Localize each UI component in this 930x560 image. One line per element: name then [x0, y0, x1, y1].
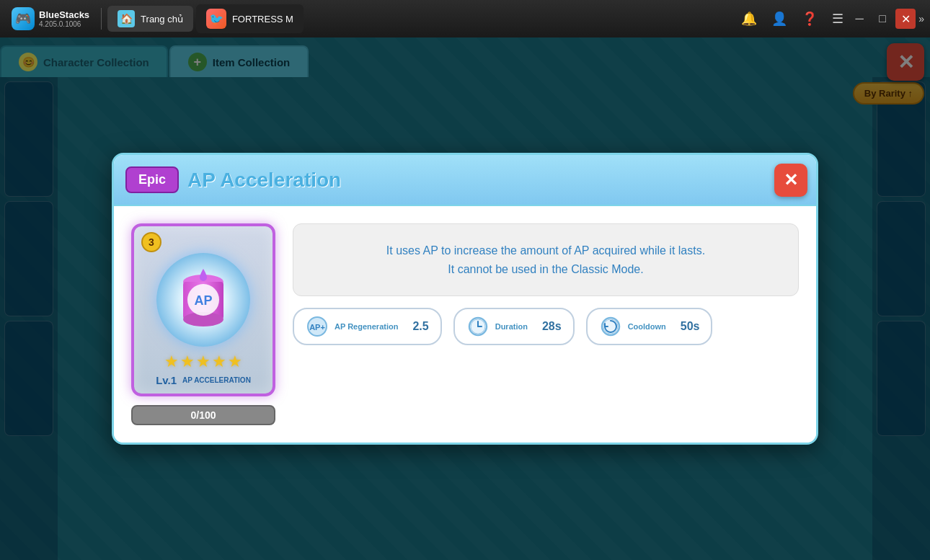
svg-text:AP: AP	[194, 293, 212, 308]
item-card-wrapper: 3 AP	[131, 223, 275, 425]
ap-regen-value: 2.5	[404, 320, 428, 333]
svg-text:AP+: AP+	[309, 323, 325, 332]
ap-regen-svg: AP+	[307, 316, 327, 337]
progress-value: 0/100	[190, 409, 216, 421]
item-label: Lv.1 AP ACCELERATION	[156, 374, 251, 386]
star-1: ★	[164, 352, 179, 371]
item-card: 3 AP	[131, 223, 275, 396]
game-tab[interactable]: 🐦 FORTRESS M	[196, 4, 304, 33]
description-line1: It uses AP to increase the amount of AP …	[308, 241, 784, 260]
progress-bar-wrapper: 0/100	[131, 405, 275, 425]
modal-overlay: Epic AP Acceleration ✕ 3	[0, 37, 930, 560]
description-line2: It cannot be used in the Classic Mode.	[308, 260, 784, 279]
ap-regen-stat: AP+ AP Regeneration 2.5	[293, 308, 442, 345]
home-label: Trang chủ	[141, 14, 183, 25]
menu-icon[interactable]: ☰	[829, 8, 846, 30]
epic-badge: Epic	[125, 166, 179, 193]
bluestacks-logo[interactable]: 🎮 BlueStacks 4.205.0.1006	[6, 4, 95, 33]
help-icon[interactable]: ❓	[799, 8, 820, 30]
bell-icon[interactable]: 🔔	[738, 8, 760, 30]
bluestacks-icon: 🎮	[12, 7, 35, 30]
home-app-tab[interactable]: 🏠 Trang chủ	[107, 6, 193, 32]
modal-close-button[interactable]: ✕	[774, 164, 807, 197]
duration-stat: Duration 28s	[453, 308, 575, 345]
item-image: AP	[156, 253, 250, 347]
cooldown-icon	[599, 315, 622, 338]
game-icon: 🐦	[206, 9, 226, 29]
minimize-button[interactable]: ─	[849, 9, 869, 29]
item-level: Lv.1	[156, 374, 177, 386]
description-box: It uses AP to increase the amount of AP …	[293, 223, 799, 296]
item-can-svg: AP	[174, 267, 232, 332]
taskbar-controls: 🔔 👤 ❓ ☰	[738, 8, 846, 30]
item-info: It uses AP to increase the amount of AP …	[293, 223, 799, 425]
bluestacks-name: BlueStacks	[39, 9, 89, 21]
duration-label-value: Duration	[495, 322, 528, 331]
modal-header: Epic AP Acceleration ✕	[114, 155, 816, 206]
cooldown-label: Cooldown	[628, 322, 666, 331]
star-2: ★	[180, 352, 195, 371]
ap-regen-label-value: AP Regeneration	[335, 322, 398, 331]
bluestacks-info: BlueStacks 4.205.0.1006	[39, 9, 89, 29]
modal-body: 3 AP	[114, 206, 816, 443]
double-arrow-icon[interactable]: »	[918, 13, 924, 25]
taskbar: 🎮 BlueStacks 4.205.0.1006 🏠 Trang chủ 🐦 …	[0, 0, 930, 37]
item-detail-modal: Epic AP Acceleration ✕ 3	[112, 153, 818, 445]
duration-icon	[466, 315, 490, 338]
cooldown-label-value: Cooldown	[628, 322, 666, 331]
window-close-button[interactable]: ✕	[895, 9, 916, 29]
game-area: 😊 Character Collection + Item Collection…	[0, 37, 930, 560]
account-icon[interactable]: 👤	[769, 8, 790, 30]
item-name-small: AP ACCELERATION	[182, 376, 251, 385]
duration-value: 28s	[533, 320, 562, 333]
maximize-button[interactable]: □	[872, 9, 893, 29]
ap-regen-label: AP Regeneration	[335, 322, 398, 331]
modal-title: AP Acceleration	[187, 169, 341, 192]
duration-svg	[468, 316, 488, 337]
game-label: FORTRESS M	[232, 14, 293, 25]
item-stars: ★ ★ ★ ★ ★	[164, 352, 242, 371]
home-icon: 🏠	[118, 10, 135, 27]
ap-regen-icon: AP+	[306, 315, 329, 338]
modal-close-icon: ✕	[784, 170, 798, 190]
item-number-badge: 3	[141, 232, 161, 252]
divider	[101, 8, 102, 30]
bluestacks-version: 4.205.0.1006	[39, 20, 89, 28]
stats-grid: AP+ AP Regeneration 2.5	[293, 308, 799, 345]
cooldown-svg	[601, 316, 621, 337]
cooldown-value: 50s	[672, 320, 700, 333]
duration-label: Duration	[495, 322, 528, 331]
star-4: ★	[212, 352, 226, 371]
cooldown-stat: Cooldown 50s	[586, 308, 713, 345]
progress-bar: 0/100	[131, 405, 275, 425]
star-3: ★	[196, 352, 211, 371]
star-5: ★	[228, 352, 242, 371]
